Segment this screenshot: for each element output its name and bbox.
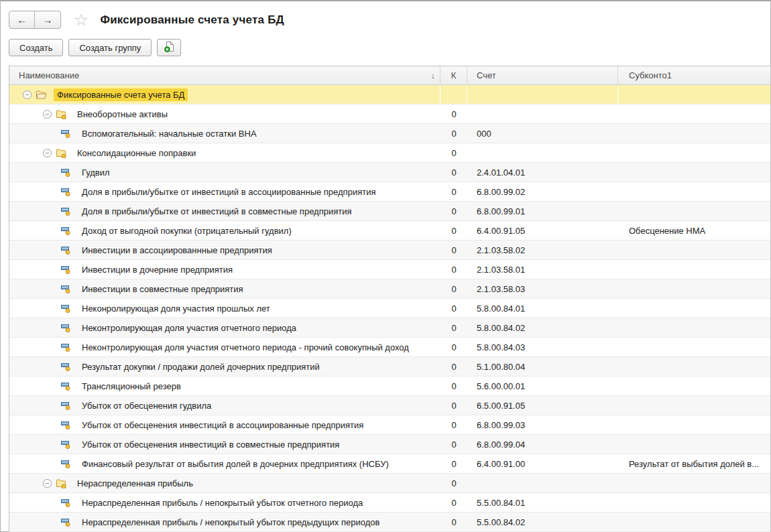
- account-item-icon: [60, 362, 72, 372]
- collapse-minus-icon[interactable]: [43, 110, 52, 119]
- tree-row[interactable]: Нераспределенная прибыль 0: [9, 474, 770, 493]
- tree-row[interactable]: Нераспределенная прибыль / непокрытый уб…: [9, 513, 770, 532]
- cell-account: 6.4.00.91.05: [467, 221, 618, 240]
- tree-row[interactable]: Вспомогательный: начальные остатки ВНА 0…: [9, 124, 770, 143]
- cell-account: 5.8.00.84.02: [467, 318, 618, 337]
- cell-account: 5.5.00.84.01: [467, 493, 618, 512]
- cell-k: 0: [440, 377, 467, 395]
- account-item-icon: [60, 168, 72, 178]
- tree-row[interactable]: Финансовый результат от выбытия долей в …: [9, 454, 770, 474]
- account-item-icon: [60, 129, 72, 139]
- favorites-star-icon[interactable]: ☆: [74, 11, 88, 28]
- create-copy-button[interactable]: [157, 39, 181, 56]
- cell-name: Вспомогательный: начальные остатки ВНА: [9, 124, 440, 143]
- collapse-minus-icon[interactable]: [43, 479, 52, 488]
- cell-account: 6.8.00.99.04: [467, 435, 618, 454]
- tree-row[interactable]: Инвестиции в дочерние предприятия 0 2.1.…: [9, 260, 770, 279]
- tree-row[interactable]: Доля в прибыли/убытке от инвестиций в ас…: [9, 182, 770, 202]
- column-header-account[interactable]: Счет: [467, 66, 618, 84]
- tree-row[interactable]: Убыток от обесценения гудвила 0 6.5.00.9…: [9, 396, 770, 415]
- folder-group-icon: [56, 148, 67, 158]
- row-name: Финансовый результат от выбытия долей в …: [78, 458, 392, 470]
- cell-account: [467, 105, 618, 123]
- tree-row[interactable]: Гудвил 0 2.4.01.04.01: [9, 163, 770, 182]
- history-nav: ← →: [9, 11, 61, 29]
- account-item-icon: [60, 440, 72, 450]
- account-item-icon: [60, 226, 72, 236]
- folder-open-icon: [36, 90, 47, 100]
- cell-k: 0: [440, 513, 467, 531]
- row-name: Инвестиции в ассоциированнные предприяти…: [78, 244, 276, 257]
- cell-name: Инвестиции в совместные предприятия: [9, 279, 440, 298]
- row-name: Неконтролирующая доля участия отчетного …: [78, 322, 300, 334]
- tree-row[interactable]: Трансляционный резерв 0 5.6.00.00.01: [9, 377, 770, 396]
- collapse-minus-icon[interactable]: [43, 149, 52, 157]
- cell-name: Убыток от обесценения гудвила: [9, 396, 440, 415]
- forward-button[interactable]: →: [35, 11, 60, 28]
- tree-row[interactable]: Доля в прибыли/убытке от инвестиций в со…: [9, 202, 770, 221]
- cell-name: Гудвил: [9, 163, 440, 182]
- cell-name: Нераспределенная прибыль / непокрытый уб…: [9, 513, 440, 531]
- cell-account: 6.4.00.91.00: [467, 454, 618, 473]
- column-header-subconto1[interactable]: Субконто1: [618, 66, 770, 84]
- column-label: К: [451, 70, 457, 80]
- cell-k: 0: [440, 221, 467, 240]
- tree-row[interactable]: Фиксированные счета учета БД: [9, 85, 770, 105]
- cell-subconto1: [618, 163, 770, 182]
- row-name: Неконтролирующая доля участия отчетного …: [78, 341, 412, 354]
- cell-account: [467, 474, 618, 492]
- tree-row[interactable]: Результат докупки / продажи долей дочерн…: [9, 357, 770, 377]
- create-button[interactable]: Создать: [9, 39, 63, 56]
- back-button[interactable]: ←: [9, 11, 35, 28]
- cell-name: Внеоборотные активы: [9, 105, 440, 123]
- cell-account: 6.8.00.99.03: [467, 415, 618, 434]
- tree-row[interactable]: Инвестиции в совместные предприятия 0 2.…: [9, 279, 770, 299]
- tree-row[interactable]: Неконролирующая доля участия прошлых лет…: [9, 299, 770, 318]
- cell-name: Инвестиции в ассоциированнные предприяти…: [9, 241, 440, 259]
- cell-subconto1: [618, 202, 770, 220]
- column-header-name[interactable]: Наименование ↓: [9, 66, 440, 84]
- account-item-icon: [60, 459, 72, 469]
- create-group-button[interactable]: Создать группу: [68, 39, 152, 56]
- collapse-minus-icon[interactable]: [23, 90, 32, 99]
- row-name: Инвестиции в совместные предприятия: [78, 283, 247, 295]
- cell-subconto1: [618, 318, 770, 337]
- row-name: Доля в прибыли/убытке от инвестиций в ас…: [78, 186, 379, 198]
- account-item-icon: [60, 342, 72, 352]
- account-item-icon: [60, 206, 72, 216]
- tree-row[interactable]: Доход от выгодной покупки (отрицательный…: [9, 221, 770, 241]
- account-item-icon: [60, 420, 72, 430]
- cell-k: 0: [440, 338, 467, 356]
- column-header-k[interactable]: К: [440, 66, 467, 84]
- cell-name: Результат докупки / продажи долей дочерн…: [9, 357, 440, 376]
- cell-k: 0: [440, 143, 467, 162]
- cell-name: Неконтролирующая доля участия отчетного …: [9, 318, 440, 337]
- tree-row[interactable]: Внеоборотные активы 0: [9, 105, 770, 124]
- cell-k: 0: [440, 105, 467, 123]
- cell-k: [440, 85, 467, 104]
- tree-row[interactable]: Нераспределенная прибыль / непокрытый уб…: [9, 493, 770, 513]
- cell-account: 5.5.00.84.02: [467, 513, 618, 531]
- cell-k: 0: [440, 163, 467, 182]
- folder-group-icon: [56, 478, 67, 488]
- cell-subconto1: [618, 299, 770, 318]
- cell-name: Неконтролирующая доля участия отчетного …: [9, 338, 440, 356]
- tree-row[interactable]: Убыток от обесценения инвестиций в совме…: [9, 435, 770, 454]
- cell-k: 0: [440, 241, 467, 259]
- account-item-icon: [60, 323, 72, 333]
- tree-row[interactable]: Консолидационные поправки 0: [9, 143, 770, 163]
- cell-name: Нераспределенная прибыль: [9, 474, 440, 492]
- cell-account: 5.8.00.84.01: [467, 299, 618, 318]
- sort-descending-icon[interactable]: ↓: [431, 70, 436, 80]
- tree-row[interactable]: Неконтролирующая доля участия отчетного …: [9, 318, 770, 338]
- tree-row[interactable]: Инвестиции в ассоциированнные предприяти…: [9, 241, 770, 260]
- tree-row[interactable]: Неконтролирующая доля участия отчетного …: [9, 338, 770, 357]
- row-name: Нераспределенная прибыль / непокрытый уб…: [78, 496, 366, 509]
- tree-row[interactable]: Убыток от обесценения инвестиций в ассоц…: [9, 415, 770, 435]
- cell-account: 5.8.00.84.03: [467, 338, 618, 356]
- cell-k: 0: [440, 299, 467, 318]
- cell-k: 0: [440, 415, 467, 434]
- row-name: Неконролирующая доля участия прошлых лет: [78, 302, 274, 315]
- cell-k: 0: [440, 454, 467, 473]
- cell-subconto1: [618, 105, 770, 123]
